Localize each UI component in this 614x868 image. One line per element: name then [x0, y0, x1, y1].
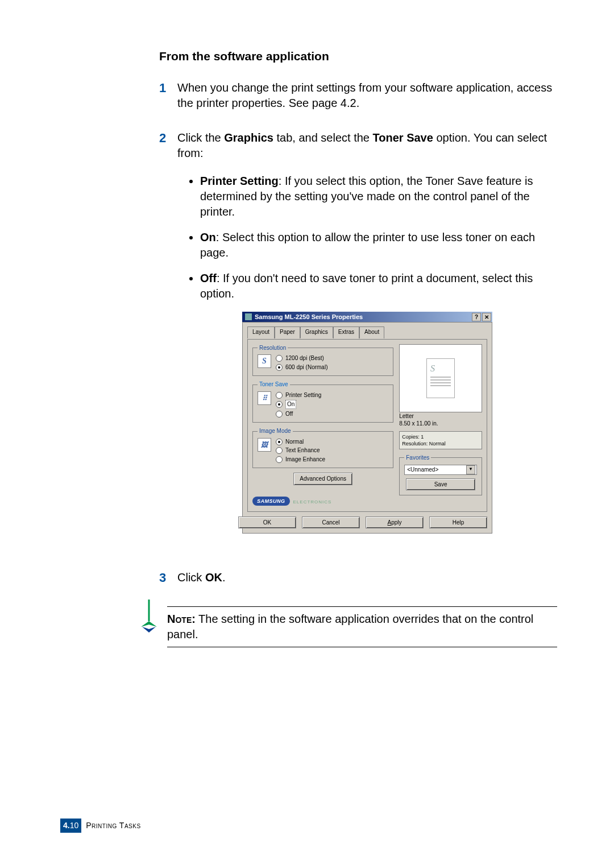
step-1-text: When you change the print settings from … — [177, 80, 557, 111]
group-image-mode: Image Mode 🖼 Normal — [252, 427, 393, 468]
preview-s-icon: S — [430, 362, 451, 375]
group-toner-save: Toner Save ⠿ Printer Setting — [252, 381, 393, 423]
step-number: 3 — [159, 570, 177, 586]
option-label: On — [285, 400, 296, 409]
page-preview: S — [399, 344, 482, 412]
option-label: Text Enhance — [285, 447, 320, 454]
tab-extras[interactable]: Extras — [333, 326, 359, 338]
help-button[interactable]: Help — [429, 516, 487, 529]
section-heading: From the software application — [159, 48, 557, 64]
apply-button[interactable]: Apply — [366, 516, 424, 529]
printer-properties-dialog: Samsung ML-2250 Series Properties ? ✕ La… — [242, 312, 492, 534]
resolution-option-1200[interactable]: 1200 dpi (Best) — [276, 354, 327, 362]
favorites-selected-value: <Unnamed> — [407, 466, 438, 474]
bullet-label: Off — [200, 272, 217, 284]
page-footer: 4.10 Printing Tasks — [60, 819, 141, 833]
note-label: Note: — [167, 613, 196, 625]
chevron-down-icon: ▼ — [466, 465, 475, 474]
radio-icon — [276, 447, 283, 454]
radio-icon — [276, 364, 283, 371]
advanced-options-button[interactable]: Advanced Options — [293, 473, 352, 485]
bullet-text: : If you don't need to save toner to pri… — [200, 272, 533, 300]
toner-option-off[interactable]: Off — [276, 410, 321, 418]
step-2-text-b: tab, and select the — [277, 131, 373, 144]
imagemode-option-normal[interactable]: Normal — [276, 438, 325, 446]
dialog-button-row: OK Cancel Apply Help — [247, 516, 487, 529]
tab-paper[interactable]: Paper — [275, 326, 300, 338]
option-label: 600 dpi (Normal) — [285, 363, 327, 371]
toner-option-printer-setting[interactable]: Printer Setting — [276, 391, 321, 399]
footer-title: Printing Tasks — [86, 820, 140, 831]
brand-logo-area: SAMSUNG ELECTRONICS — [252, 497, 393, 506]
option-label: Printer Setting — [285, 391, 321, 399]
imagemode-option-image-enhance[interactable]: Image Enhance — [276, 456, 325, 464]
imagemode-option-text-enhance[interactable]: Text Enhance — [276, 447, 325, 454]
step-3-ok-word: OK — [205, 571, 222, 584]
step-3-lead: Click — [177, 571, 205, 584]
ok-button[interactable]: OK — [238, 516, 296, 529]
footer-page-badge: 4.10 — [60, 819, 81, 833]
bullet-on: On: Select this option to allow the prin… — [200, 230, 557, 261]
note-block: Note: The setting in the software applic… — [138, 606, 557, 647]
dialog-title: Samsung ML-2250 Series Properties — [255, 313, 363, 321]
option-label: 1200 dpi (Best) — [285, 354, 324, 362]
bullet-label: Printer Setting — [200, 175, 279, 187]
note-text: The setting in the software application … — [167, 613, 533, 640]
group-legend: Favorites — [404, 454, 431, 462]
status-resolution: Resolution: Normal — [402, 440, 479, 447]
radio-icon — [276, 411, 283, 418]
bullet-off: Off: If you don't need to save toner to … — [200, 271, 557, 301]
step-3: 3 Click OK. — [159, 570, 557, 586]
group-legend: Image Mode — [258, 427, 293, 435]
step-2-bullets: Printer Setting: If you select this opti… — [177, 173, 557, 301]
manual-page: From the software application 1 When you… — [0, 0, 614, 868]
dialog-app-icon — [245, 313, 252, 320]
cancel-button[interactable]: Cancel — [302, 516, 360, 529]
help-window-button[interactable]: ? — [472, 313, 481, 321]
step-2-text-a: Click the — [177, 131, 224, 144]
status-box: Copies: 1 Resolution: Normal — [399, 431, 482, 449]
close-window-button[interactable]: ✕ — [482, 313, 491, 321]
dialog-tabs: Layout Paper Graphics Extras About — [247, 326, 487, 338]
dialog-titlebar[interactable]: Samsung ML-2250 Series Properties ? ✕ — [242, 312, 492, 322]
step-2-tonersave-word: Toner Save — [373, 131, 433, 144]
radio-icon — [276, 401, 283, 408]
step-3-tail: . — [222, 571, 226, 584]
option-label: Image Enhance — [285, 456, 325, 464]
group-favorites: Favorites <Unnamed> ▼ Save — [399, 454, 482, 495]
image-mode-icon: 🖼 — [258, 438, 271, 452]
samsung-logo: SAMSUNG — [252, 497, 290, 506]
step-2: 2 Click the Graphics tab, and select the… — [159, 130, 557, 551]
preview-paper-size: 8.50 x 11.00 in. — [399, 420, 482, 428]
step-number: 2 — [159, 130, 177, 551]
note-arrow-icon — [138, 598, 160, 636]
bullet-label: On — [200, 231, 216, 243]
tab-about[interactable]: About — [359, 326, 384, 338]
tab-panel-graphics: Resolution S 1200 dpi (Best) — [247, 339, 487, 512]
radio-icon — [276, 355, 283, 362]
brand-subtext: ELECTRONICS — [293, 499, 332, 506]
tab-graphics[interactable]: Graphics — [300, 326, 333, 338]
option-label: Normal — [285, 438, 304, 446]
group-legend: Resolution — [258, 344, 288, 352]
favorites-save-button[interactable]: Save — [406, 478, 475, 491]
preview-paper-name: Letter — [399, 412, 482, 420]
tab-layout[interactable]: Layout — [247, 326, 275, 338]
step-number: 1 — [159, 80, 177, 111]
status-copies: Copies: 1 — [402, 433, 479, 440]
radio-icon — [276, 439, 283, 445]
resolution-option-600[interactable]: 600 dpi (Normal) — [276, 363, 327, 371]
toner-option-on[interactable]: On — [276, 400, 321, 409]
radio-icon — [276, 392, 283, 399]
toner-save-icon: ⠿ — [258, 391, 271, 405]
group-resolution: Resolution S 1200 dpi (Best) — [252, 344, 393, 377]
radio-icon — [276, 456, 283, 463]
footer-chapter: 4. — [63, 821, 70, 830]
bullet-printer-setting: Printer Setting: If you select this opti… — [200, 173, 557, 220]
bullet-text: : Select this option to allow the printe… — [200, 231, 535, 259]
step-1: 1 When you change the print settings fro… — [159, 80, 557, 111]
favorites-select[interactable]: <Unnamed> ▼ — [404, 465, 477, 475]
footer-page-number: 10 — [70, 821, 79, 830]
option-label: Off — [285, 410, 293, 418]
step-2-graphics-word: Graphics — [224, 131, 273, 144]
